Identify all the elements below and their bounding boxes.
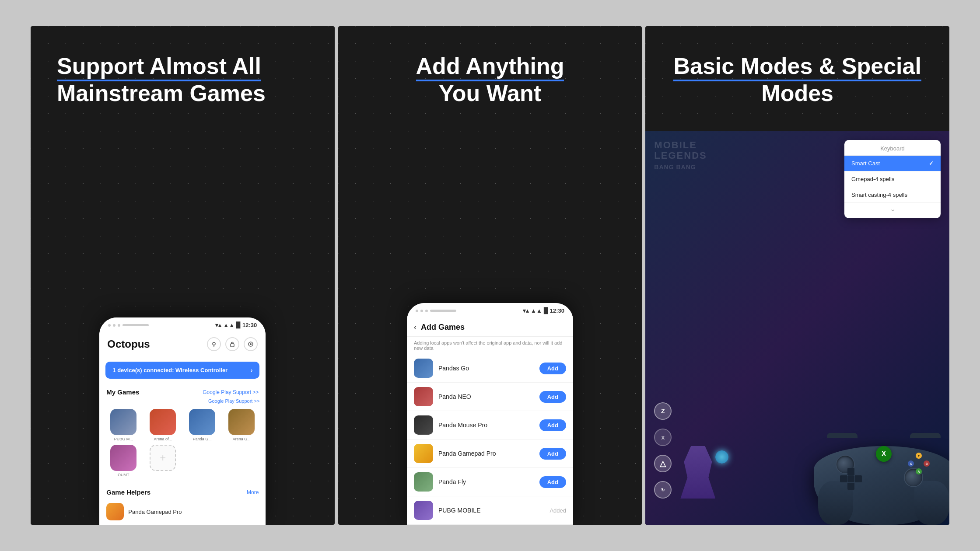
google-play-link[interactable]: Google Play Support >>: [203, 389, 259, 395]
game-label-2: Arena of...: [154, 437, 172, 441]
add-btn-3[interactable]: Add: [539, 419, 566, 431]
add-game-btn[interactable]: +: [145, 445, 181, 477]
game-label-1: PUBG M...: [114, 437, 133, 441]
game-list-item-5[interactable]: Panda Fly Add: [407, 468, 573, 496]
game-list: Pandas Go Add Panda NEO Add Panda Mouse …: [407, 354, 573, 525]
game-grid-2: OUMT +: [99, 445, 266, 481]
back-arrow-icon[interactable]: ‹: [414, 323, 416, 332]
app-icons-1: [207, 337, 258, 351]
more-link[interactable]: More: [247, 489, 259, 495]
mode-dropdown-container: Keyboard Smart Cast ✓ Gmepad-4 spells Sm…: [844, 140, 941, 218]
game-list-name-6: PUBG MOBILE: [438, 507, 544, 514]
phone-dots-1: [108, 324, 149, 327]
chevron-down-icon: ⌄: [844, 203, 941, 215]
time-display-1: 12:30: [242, 322, 257, 328]
phone-mockup-1: ▾▴ ▲▲ ▉ 12:30 Octopus: [99, 317, 266, 525]
game-list-item-2[interactable]: Panda NEO Add: [407, 383, 573, 411]
ability-indicator: [715, 450, 728, 464]
svg-point-0: [213, 342, 215, 345]
game-icon-img-5: [110, 445, 136, 471]
xbox-logo: X: [876, 446, 892, 462]
add-games-header: ‹ Add Games: [407, 317, 573, 337]
add-btn-4[interactable]: Add: [539, 448, 566, 460]
game-icon-panda[interactable]: Panda G...: [184, 409, 220, 441]
phone-mockup-2: ▾▴ ▲▲ ▉ 12:30 ‹ Add Games Adding local a…: [407, 303, 573, 525]
game-label-3: Panda G...: [193, 437, 212, 441]
lock-btn[interactable]: [225, 337, 239, 351]
game-list-icon-6: [414, 501, 433, 520]
add-note: Adding local apps won't affect the origi…: [407, 337, 573, 354]
record-btn[interactable]: [244, 337, 258, 351]
game-icon-oumt[interactable]: OUMT: [105, 445, 141, 477]
game-bg-text: MOBILELEGENDSBANG BANG: [654, 140, 707, 172]
added-label-6: Added: [550, 507, 566, 514]
dot-5: [420, 310, 423, 312]
mode-label-1: Smart Cast: [851, 160, 880, 167]
game-helpers-header: Game Helpers More: [99, 483, 266, 499]
chevron-right-icon: ›: [251, 367, 252, 373]
my-games-label: My Games: [106, 388, 139, 396]
panel-support-games: Support Almost All Mainstream Games ▾▴ ▲…: [31, 26, 335, 525]
panel-2-header: Add Anything You Want: [338, 26, 642, 120]
phone-status-icons-2: ▾▴ ▲▲ ▉ 12:30: [523, 307, 564, 314]
panel-3-title-line1: Basic Modes & Special: [673, 53, 921, 81]
control-btn-z[interactable]: Z: [654, 402, 672, 420]
add-btn-2[interactable]: Add: [539, 391, 566, 403]
game-list-item-3[interactable]: Panda Mouse Pro Add: [407, 411, 573, 439]
time-display-2: 12:30: [550, 307, 564, 314]
mode-item-gmepad[interactable]: Gmepad-4 spells: [844, 171, 941, 187]
mode-check-icon: ✓: [929, 160, 934, 167]
game-icon-arena2[interactable]: Arena G...: [224, 409, 259, 441]
battery-icon-2: ▉: [544, 307, 548, 314]
game-screenshot: MOBILELEGENDSBANG BANG Keyboard Smart Ca…: [645, 131, 949, 525]
panel-1-title-line1: Support Almost All: [57, 53, 261, 81]
connected-text: 1 device(s) connected: Wireless Controll…: [112, 367, 228, 373]
mode-item-smart-casting[interactable]: Smart casting-4 spells: [844, 187, 941, 203]
game-grid-1: PUBG M... Arena of... Panda G... Arena G…: [99, 405, 266, 445]
control-btn-rotate[interactable]: ↻: [654, 481, 672, 499]
panel-3-title: Basic Modes & Special Modes: [672, 52, 923, 107]
phone-app-bar-1: Octopus: [99, 331, 266, 357]
game-icon-img-1: [110, 409, 136, 435]
game-icon-arena1[interactable]: Arena of...: [145, 409, 181, 441]
game-list-name-3: Panda Mouse Pro: [438, 422, 534, 429]
google-play-text[interactable]: Google Play Support >>: [208, 398, 259, 404]
panel-2-title: Add Anything You Want: [364, 52, 616, 107]
add-btn-1[interactable]: Add: [539, 363, 566, 374]
game-list-name-4: Panda Gamepad Pro: [438, 450, 534, 457]
phone-status-bar-1: ▾▴ ▲▲ ▉ 12:30: [99, 317, 266, 331]
add-games-title: Add Games: [421, 323, 465, 332]
phone-status-icons-1: ▾▴ ▲▲ ▉ 12:30: [215, 322, 257, 328]
control-dpad-up[interactable]: △: [654, 455, 672, 472]
game-helpers-section: Game Helpers More Panda Gamepad Pro: [99, 483, 266, 525]
phone-dots-2: [416, 310, 456, 312]
game-list-item-4[interactable]: Panda Gamepad Pro Add: [407, 439, 573, 468]
helper-name-1: Panda Gamepad Pro: [128, 509, 182, 515]
controller-image: X: [801, 411, 949, 525]
panel-modes: Basic Modes & Special Modes MOBILELEGEND…: [645, 26, 949, 525]
main-container: Support Almost All Mainstream Games ▾▴ ▲…: [31, 26, 949, 525]
add-game-placeholder: +: [150, 445, 176, 471]
battery-icon: ▉: [236, 322, 241, 328]
add-btn-5[interactable]: Add: [539, 476, 566, 488]
connected-banner[interactable]: 1 device(s) connected: Wireless Controll…: [105, 362, 259, 379]
game-list-name-2: Panda NEO: [438, 393, 534, 400]
phone-line-1: [122, 324, 149, 326]
panel-1-title-line2: Mainstream Games: [57, 80, 266, 106]
mode-label-2: Gmepad-4 spells: [851, 176, 894, 182]
game-controls: Z x △ ↻: [654, 402, 672, 499]
dot-6: [425, 310, 428, 312]
control-btn-x[interactable]: x: [654, 429, 672, 446]
dot-4: [416, 310, 418, 312]
mode-item-smart-cast[interactable]: Smart Cast ✓: [844, 156, 941, 171]
mode-dropdown: Keyboard Smart Cast ✓ Gmepad-4 spells Sm…: [844, 140, 941, 218]
location-btn[interactable]: [207, 337, 221, 351]
game-helper-item-1[interactable]: Panda Gamepad Pro: [99, 499, 266, 525]
app-title-1: Octopus: [107, 338, 150, 350]
panel-3-title-line2: Modes: [761, 80, 833, 106]
game-icon-pubg[interactable]: PUBG M...: [105, 409, 141, 441]
panel-1-header: Support Almost All Mainstream Games: [31, 26, 335, 120]
panel-2-title-line2: You Want: [439, 80, 541, 106]
game-list-item-1[interactable]: Pandas Go Add: [407, 354, 573, 383]
signal-icon: ▲▲: [223, 322, 234, 328]
